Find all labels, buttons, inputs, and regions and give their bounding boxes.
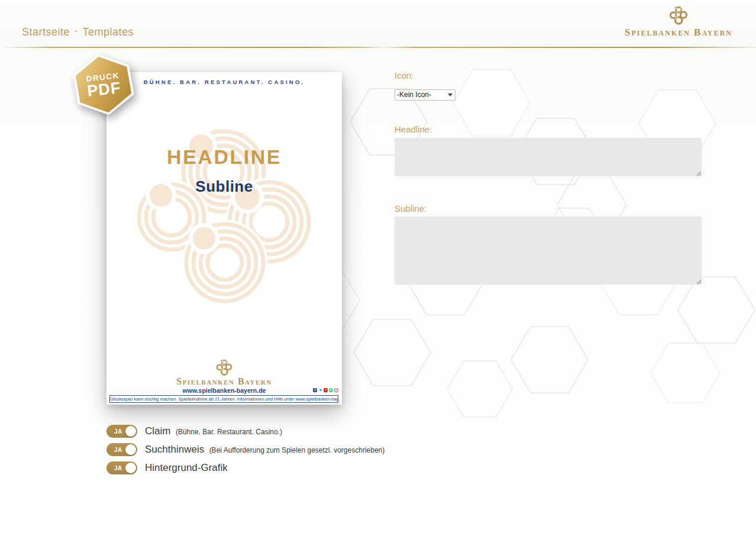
- icon-select[interactable]: -Kein Icon-: [395, 89, 455, 101]
- toggle-row-suchthinweis: JA Suchthinweis (Bei Aufforderung zum Sp…: [106, 443, 385, 456]
- document-footer-website: www.spielbanken-bayern.de: [106, 387, 342, 394]
- subline-label: Subline:: [395, 204, 427, 214]
- document-subline: Subline: [106, 177, 342, 196]
- suchthinweis-toggle-text: Suchthinweis (Bei Aufforderung zum Spiel…: [145, 444, 385, 456]
- whatsapp-icon: ✆: [329, 388, 333, 392]
- option-toggles: JA Claim (Bühne. Bar. Restaurant. Casino…: [106, 425, 385, 480]
- social-icons-row: f ❆ ✆: [313, 388, 338, 392]
- hintergrund-grafik-toggle[interactable]: JA: [106, 461, 137, 474]
- document-footer-wordmark: Spielbanken Bayern: [106, 376, 342, 387]
- quatrefoil-logo-icon: [215, 359, 233, 376]
- toggle-note: (Bühne. Bar. Restaurant. Casino.): [176, 428, 282, 436]
- headline-textarea[interactable]: [395, 138, 702, 176]
- breadcrumb-separator: ·: [75, 26, 78, 36]
- toggle-label: Hintergrund-Grafik: [145, 462, 228, 473]
- toggle-knob: [125, 463, 136, 473]
- quatrefoil-background-graphic: [106, 72, 342, 405]
- template-form: Icon: -Kein Icon- Headline: Subline:: [395, 70, 702, 289]
- facebook-icon: f: [313, 388, 317, 392]
- toggle-label: Suchthinweis: [145, 444, 204, 455]
- header: Startseite·Templates Spielbanken Bayern: [0, 0, 756, 47]
- breadcrumb-link-startseite[interactable]: Startseite: [22, 26, 70, 38]
- document-disclaimer: Glücksspiel kann süchtig machen. Spielte…: [109, 395, 338, 403]
- header-divider: [0, 47, 756, 48]
- headline-label: Headline:: [395, 124, 432, 134]
- claim-toggle-text: Claim (Bühne. Bar. Restaurant. Casino.): [145, 425, 282, 437]
- subline-textarea[interactable]: [395, 217, 702, 285]
- hintergrund-grafik-toggle-text: Hintergrund-Grafik: [145, 462, 230, 474]
- icon-label: Icon:: [395, 70, 414, 80]
- instagram-icon: [334, 388, 338, 392]
- suchthinweis-toggle[interactable]: JA: [106, 443, 137, 456]
- badge-pdf-label: PDF: [86, 80, 122, 99]
- toggle-row-claim: JA Claim (Bühne. Bar. Restaurant. Casino…: [106, 425, 385, 438]
- toggle-state-label: JA: [114, 428, 122, 435]
- template-editor-page: Startseite·Templates Spielbanken Bayern: [0, 0, 756, 549]
- toggle-knob: [125, 444, 136, 455]
- breadcrumb: Startseite·Templates: [22, 26, 134, 38]
- toggle-knob: [125, 426, 136, 437]
- template-preview-document: BÜHNE. BAR. RESTAURANT. CASINO. HEADLINE…: [106, 72, 342, 405]
- toggle-row-hintergrund-grafik: JA Hintergrund-Grafik: [106, 461, 385, 474]
- document-claim: BÜHNE. BAR. RESTAURANT. CASINO.: [106, 79, 342, 85]
- youtube-icon: [324, 388, 328, 392]
- twitter-icon: ❆: [318, 388, 322, 392]
- print-pdf-badge-text: DRUCK PDF: [72, 51, 135, 118]
- quatrefoil-logo-icon: [668, 5, 689, 25]
- icon-select-wrap: -Kein Icon-: [395, 89, 455, 100]
- toggle-label: Claim: [145, 425, 170, 437]
- print-pdf-badge[interactable]: DRUCK PDF: [75, 54, 132, 115]
- toggle-state-label: JA: [114, 447, 122, 453]
- document-headline: HEADLINE: [106, 146, 342, 169]
- toggle-note: (Bei Aufforderung zum Spielen gesetzl. v…: [209, 446, 385, 454]
- toggle-state-label: JA: [114, 465, 122, 472]
- claim-toggle[interactable]: JA: [106, 425, 137, 438]
- document-footer-logo: [106, 359, 342, 376]
- brand-wordmark: Spielbanken Bayern: [616, 27, 741, 38]
- brand-logo: Spielbanken Bayern: [616, 5, 741, 38]
- breadcrumb-link-templates[interactable]: Templates: [83, 26, 134, 38]
